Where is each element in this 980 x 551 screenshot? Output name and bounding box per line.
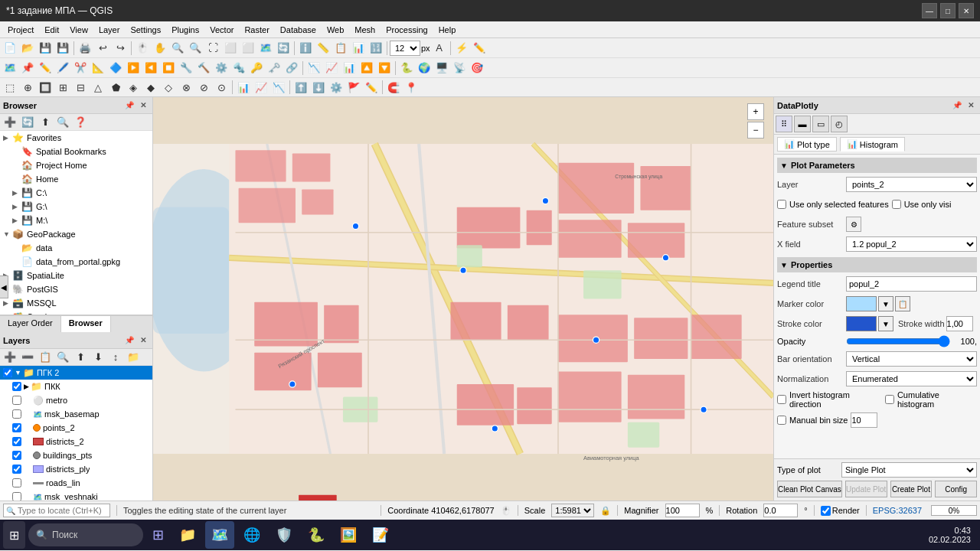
tb2-21[interactable]: 🔼 <box>358 60 375 77</box>
taskbar-python-btn[interactable]: 🐍 <box>302 521 331 549</box>
tb-stats[interactable]: 📊 <box>350 40 367 57</box>
zoom-out-map-btn[interactable]: − <box>747 122 764 139</box>
layer-msk-basemap[interactable]: 🗺️ msk_basemap <box>0 407 152 421</box>
tb2-20[interactable]: 📊 <box>341 60 358 77</box>
normalization-select[interactable]: Enumerated <box>846 371 977 386</box>
magnifier-input[interactable] <box>665 504 700 517</box>
tb2-24[interactable]: 🌍 <box>416 60 433 77</box>
layers-collapse-btn[interactable]: ↕ <box>107 349 124 366</box>
stroke-color-swatch[interactable] <box>846 316 877 331</box>
tb-font-color[interactable]: A <box>431 40 448 57</box>
tb2-8[interactable]: ▶️ <box>125 60 142 77</box>
menu-settings[interactable]: Settings <box>126 24 165 36</box>
properties-section[interactable]: ▼ Properties <box>777 257 977 272</box>
menu-project[interactable]: Project <box>3 24 38 36</box>
tb-save-as[interactable]: 💾 <box>54 40 71 57</box>
tb2-14[interactable]: 🔩 <box>230 60 247 77</box>
tb3-cog[interactable]: ⚙️ <box>328 79 345 96</box>
tb2-18[interactable]: 📉 <box>305 60 322 77</box>
update-plot-btn[interactable]: Update Plot <box>845 481 887 497</box>
browser-refresh-btn[interactable]: 🔄 <box>19 114 36 131</box>
tb2-26[interactable]: 📡 <box>451 60 468 77</box>
taskbar-qgis-btn[interactable]: 🗺️ <box>205 521 234 549</box>
bar-orientation-select[interactable]: Vertical Horizontal <box>846 351 977 367</box>
tb2-16[interactable]: 🗝️ <box>266 60 283 77</box>
tb3-7[interactable]: ⬟ <box>107 79 124 96</box>
feature-subset-btn[interactable]: ⚙ <box>846 217 861 232</box>
stroke-width-input[interactable] <box>946 316 973 331</box>
clean-plot-canvas-btn[interactable]: Clean Plot Canvas <box>777 481 842 497</box>
layer-districts2[interactable]: districts_2 <box>0 435 152 448</box>
tb3-10[interactable]: ◇ <box>160 79 177 96</box>
tb3-chart1[interactable]: 📊 <box>235 79 252 96</box>
layers-up-btn[interactable]: ⬆ <box>72 349 89 366</box>
layer-pgk2-checkbox[interactable] <box>3 368 12 377</box>
tb3-11[interactable]: ⊗ <box>178 79 194 96</box>
tb2-6[interactable]: 📐 <box>90 60 106 77</box>
browser-postgis[interactable]: ▶ 🐘 PostGIS <box>0 282 152 296</box>
menu-raster[interactable]: Raster <box>240 24 273 36</box>
tb2-9[interactable]: ◀️ <box>142 60 159 77</box>
invert-histogram-check[interactable]: Invert histogram direction <box>777 390 882 409</box>
layer-roads-lin[interactable]: roads_lin <box>0 476 152 490</box>
tb-refresh[interactable]: 🔄 <box>275 40 292 57</box>
tb3-9[interactable]: ◆ <box>142 79 159 96</box>
layer-msk-basemap-checkbox[interactable] <box>12 409 21 419</box>
maximize-button[interactable]: □ <box>940 3 956 18</box>
tab-histogram[interactable]: 📊 Histogram <box>840 137 905 152</box>
map-area[interactable]: Рязанский проспект Стромынская улица Ави… <box>153 97 773 500</box>
layer-districts2-checkbox[interactable] <box>12 437 21 446</box>
tb-more1[interactable]: ⚡ <box>453 40 470 57</box>
layers-open-attr-btn[interactable]: 📋 <box>37 349 54 366</box>
browser-spatialite[interactable]: ▶ 🗄️ SpatiaLite <box>0 269 152 282</box>
tb3-6[interactable]: △ <box>90 79 106 96</box>
plot-params-section[interactable]: ▼ Plot Parameters <box>777 158 977 173</box>
menu-layer[interactable]: Layer <box>94 24 125 36</box>
browser-home[interactable]: 🏠 Home <box>0 172 152 186</box>
tb-attr[interactable]: 📋 <box>332 40 349 57</box>
menu-web[interactable]: Web <box>322 24 348 36</box>
minimize-button[interactable]: — <box>922 3 937 18</box>
tb-open[interactable]: 📂 <box>19 40 36 57</box>
tb-identify[interactable]: ℹ️ <box>297 40 314 57</box>
close-button[interactable]: ✕ <box>959 3 974 18</box>
browser-oracle[interactable]: ▶ 🗃️ Oracle <box>0 310 152 315</box>
tb-pan[interactable]: ✋ <box>152 40 168 57</box>
tb2-17[interactable]: 🔗 <box>283 60 300 77</box>
opacity-slider[interactable] <box>846 335 950 347</box>
tb3-chart3[interactable]: 📉 <box>270 79 287 96</box>
browser-drive-g[interactable]: ▶ 💾 G:\ <box>0 200 152 214</box>
taskbar-word-btn[interactable]: 📝 <box>366 521 395 549</box>
dataplotly-close-icon[interactable]: ✕ <box>965 99 977 112</box>
plot-icon-pie[interactable]: ◴ <box>831 116 848 132</box>
browser-data-portal[interactable]: 📄 data_from_portal.gpkg <box>0 255 152 269</box>
layer-points2[interactable]: points_2 <box>0 421 152 435</box>
stroke-color-dropdown-btn[interactable]: ▼ <box>878 316 893 331</box>
cumulative-histogram-check[interactable]: Cumulative histogram <box>885 390 977 409</box>
create-plot-btn[interactable]: Create Plot <box>890 481 933 497</box>
layers-remove-btn[interactable]: ➖ <box>19 349 36 366</box>
layer-points2-checkbox[interactable] <box>12 423 21 432</box>
tb3-chart2[interactable]: 📈 <box>253 79 270 96</box>
tb3-up2[interactable]: ⬇️ <box>310 79 327 96</box>
tb3-snap2[interactable]: 📍 <box>403 79 420 96</box>
tb3-up1[interactable]: ⬆️ <box>292 79 309 96</box>
layer-msk-veshnaki[interactable]: 🗺️ msk_veshnaki <box>0 490 152 500</box>
layer-pkk-checkbox[interactable] <box>12 382 21 391</box>
menu-plugins[interactable]: Plugins <box>167 24 204 36</box>
locate-search[interactable]: 🔍 <box>3 504 110 517</box>
layers-close-icon[interactable]: ✕ <box>137 334 149 347</box>
layer-buildings-pts[interactable]: buildings_pts <box>0 448 152 462</box>
browser-project-home[interactable]: 🏠 Project Home <box>0 158 152 172</box>
manual-bin-size-check[interactable]: Manual bin size <box>777 416 848 425</box>
tb-print[interactable]: 🖨️ <box>77 40 93 57</box>
invert-histogram-checkbox[interactable] <box>777 395 786 404</box>
tb-zoom-in[interactable]: 🔍 <box>169 40 186 57</box>
scale-select[interactable]: 1:5981 <box>551 504 594 517</box>
tb-select[interactable]: 🖱️ <box>134 40 151 57</box>
render-checkbox[interactable] <box>821 506 831 516</box>
tb-save[interactable]: 💾 <box>37 40 54 57</box>
manual-bin-size-checkbox[interactable] <box>777 416 786 425</box>
tb-zoom-sel[interactable]: ⬜ <box>240 40 256 57</box>
tb3-flag[interactable]: 🚩 <box>345 79 362 96</box>
